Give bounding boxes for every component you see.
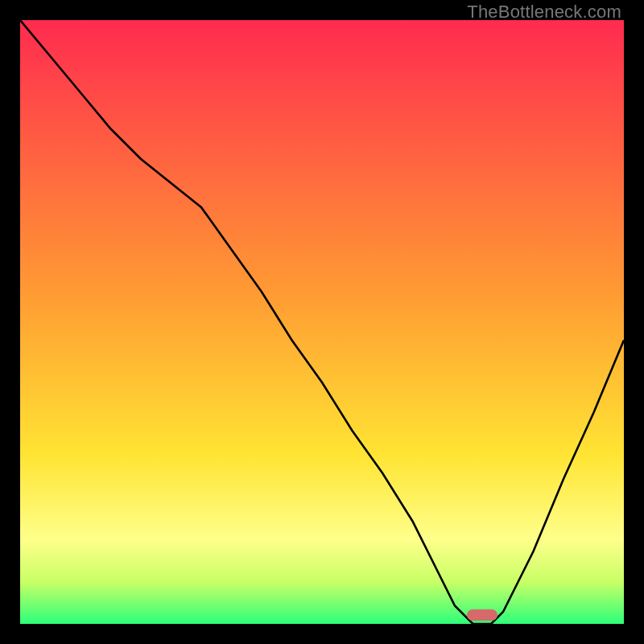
gradient-background	[20, 20, 624, 624]
optimal-marker	[467, 609, 497, 621]
svg-rect-0	[20, 20, 624, 624]
chart-frame	[20, 20, 624, 624]
